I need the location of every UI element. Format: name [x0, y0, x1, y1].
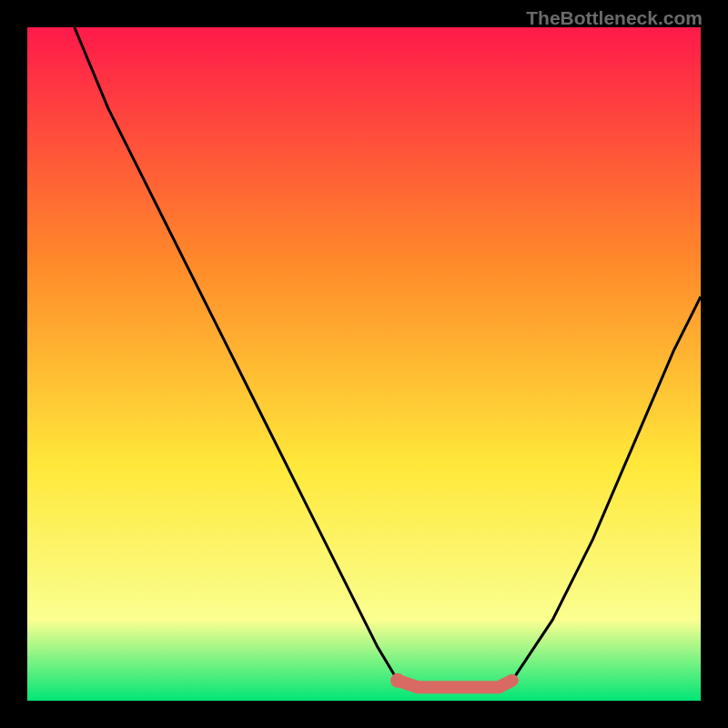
flat-minimum-segment — [398, 681, 512, 687]
plot-area — [27, 27, 701, 701]
flat-start-dot — [390, 673, 405, 688]
chart-container: TheBottleneck.com — [0, 0, 728, 728]
chart-svg — [27, 27, 701, 701]
gradient-background — [27, 27, 701, 701]
watermark-text: TheBottleneck.com — [526, 7, 703, 29]
